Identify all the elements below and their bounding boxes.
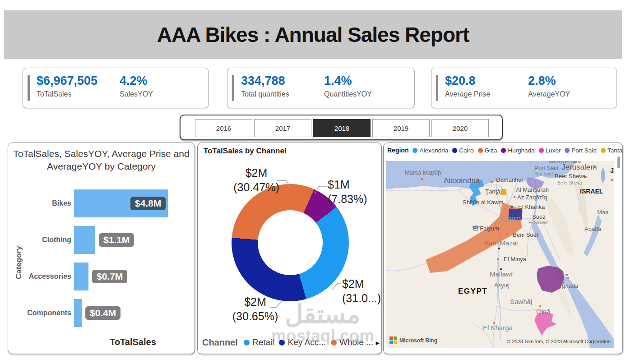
donut-chart-title: ToTalSales by Channel — [204, 147, 287, 156]
legend-label: Giza — [485, 147, 497, 154]
map-label-el-khanka: El Khanka — [518, 203, 545, 210]
legend-item-alexandria[interactable]: Alexandria — [413, 147, 448, 154]
category-label: Clothing — [8, 236, 71, 244]
map-label-el-kharga: El Kharga — [483, 324, 513, 332]
bar-chart-title: ToTalSales, SalesYOY, Average Prise and … — [8, 147, 195, 173]
map-label-al-man-rah: Al Manşūrah — [516, 186, 549, 193]
legend-title: Region — [387, 147, 408, 154]
report-header: AAA Bikes : Annual Sales Report — [4, 10, 622, 59]
egypt-map: Tel Aviv-YafoMarsá MaţrūḩAlexandriaDaman… — [386, 161, 614, 348]
bar-components[interactable] — [74, 299, 82, 327]
legend-label: Alexandria — [419, 147, 448, 154]
map-label-asyu-: Asyuţ — [494, 282, 509, 289]
map-label-shib-n-al-kawm: Shibīn al Kawm — [463, 199, 503, 206]
kpi-label: QuantitiesYOY — [324, 90, 372, 98]
key-accounts-color-dot — [279, 340, 285, 346]
legend-label: Retail — [252, 337, 274, 347]
page-title: AAA Bikes : Annual Sales Report — [157, 23, 469, 47]
map-label-damanhur: Damanhur — [496, 176, 524, 183]
region-tanta[interactable] — [501, 189, 507, 195]
kpi-label: Average Prise — [445, 90, 490, 98]
map-label-az-zaq-z-q: Az Zaqāzīq — [517, 194, 547, 201]
map-label-b-r-sa-d: Bûr Saîd — [535, 171, 553, 176]
map-label-maa: Maa — [597, 209, 609, 216]
map-canvas[interactable]: Tel Aviv-YafoMarsá MaţrūḩAlexandriaDaman… — [386, 161, 614, 348]
year-button-2018-selected[interactable]: 2018 — [313, 119, 371, 137]
cairo-color-dot — [452, 148, 457, 153]
year-button-2016[interactable]: 2016 — [195, 119, 252, 137]
dead-sea — [601, 168, 605, 183]
map-label-egypt: EGYPT — [458, 287, 487, 295]
kpi-value: 334,788 — [241, 74, 289, 88]
year-button-2017[interactable]: 2017 — [254, 119, 311, 137]
legend-item-hurghada[interactable]: Hurghada — [501, 147, 534, 154]
bar-clothing[interactable] — [74, 226, 95, 254]
legend-scroll-right-icon[interactable]: ▶ — [376, 340, 380, 346]
hurghada-color-dot — [501, 148, 506, 153]
kpi-value: 2.8% — [528, 74, 570, 88]
callout-retail: $2M (31.0...) — [342, 276, 381, 305]
kpi-value: 1.4% — [324, 74, 372, 88]
bar-row-components: Components $0.4M — [8, 299, 195, 327]
legend-item-cairo[interactable]: Cairo — [452, 147, 473, 154]
year-button-2019[interactable]: 2019 — [372, 119, 430, 137]
map-label-el-minya: El Minya — [504, 256, 527, 263]
tanta-color-dot — [601, 148, 606, 153]
map-label-port-said: Port Said — [534, 165, 558, 171]
map-label-el-faiyum: El Faiyum — [473, 225, 499, 232]
kpi-label: Total quantities — [241, 90, 289, 98]
bar-row-accessories: Accessories $0.7M — [8, 263, 195, 290]
map-label-jerusalem: Jerusalem — [561, 163, 597, 171]
bar-row-clothing: Clothing $1.1M — [8, 226, 195, 254]
kpi-total-quantities: 334,788 Total quantities — [241, 74, 289, 98]
legend-item-retail[interactable]: Retail — [244, 337, 274, 347]
map-label-sawh-j: Sawhāj — [510, 298, 532, 305]
legend-item-luxor[interactable]: Luxor — [539, 147, 561, 154]
region-hurghada-island — [566, 274, 568, 276]
legend-item-port-said[interactable]: Port Said — [565, 147, 597, 154]
retail-color-dot — [244, 340, 250, 346]
legend-label: Whole ... — [339, 337, 373, 347]
bar-chart-panel: ToTalSales, SalesYOY, Average Prise and … — [8, 143, 195, 354]
legend-scrollbar-thumb[interactable] — [617, 157, 620, 168]
kpi-accent-bar — [232, 75, 234, 101]
callout-key-accounts: $2M (30.65%) — [218, 295, 292, 323]
alexandria-color-dot — [413, 148, 417, 153]
kpi-label: SalesYOY — [120, 90, 153, 98]
legend-label: Luxor — [546, 147, 561, 154]
bing-attribution: Microsoft Bing — [390, 336, 437, 344]
map-panel: Region Alexandria Cairo Giza Hurghada Lu… — [383, 143, 623, 354]
callout-pct: (7.83%) — [328, 192, 367, 206]
legend-label: Hurghada — [508, 147, 534, 154]
map-label-hurghada: Hurghada — [552, 282, 579, 289]
bar-row-bikes: Bikes $4.8M — [8, 189, 195, 217]
bar-accessories[interactable] — [74, 263, 88, 290]
channel-legend: Channel Retail Key Acc... Whole ... — [202, 334, 378, 350]
callout-pct: (30.65%) — [218, 309, 292, 323]
powerbi-dashboard: AAA Bikes : Annual Sales Report $6,967,5… — [0, 0, 626, 364]
donut-chart-panel: ToTalSales by Channel $2M (30.47%) $1M (… — [197, 143, 382, 354]
legend-item-tanta[interactable]: Tanta — [601, 147, 622, 154]
kpi-accent-bar — [28, 75, 30, 101]
data-label-bikes: $4.8M — [130, 197, 166, 210]
map-label-alexandria: Alexandria — [444, 176, 480, 185]
callout-value: $1M — [328, 177, 367, 192]
kpi-value: 4.2% — [120, 74, 153, 88]
kpi-card-average-price: $20.8 Average Prise 2.8% AverageYOY — [431, 68, 617, 108]
giza-color-dot — [478, 148, 483, 153]
legend-label: Tanta — [607, 147, 622, 154]
kpi-averageyoy: 2.8% AverageYOY — [528, 74, 570, 98]
port-said-color-dot — [565, 148, 570, 153]
callout-value: $2M — [342, 276, 381, 291]
category-label: Components — [8, 309, 71, 317]
map-label-beni-suef: Beni Suef — [513, 231, 538, 238]
legend-item-wholesale[interactable]: Whole ... — [331, 337, 373, 347]
legend-item-key-accounts[interactable]: Key Acc... — [279, 337, 325, 347]
legend-item-giza[interactable]: Giza — [478, 147, 497, 154]
data-label-accessories: $0.7M — [92, 270, 127, 283]
callout-value: $2M — [223, 166, 290, 180]
year-button-2020[interactable]: 2020 — [431, 119, 489, 137]
map-label-suez: Suez — [532, 213, 546, 220]
data-label-clothing: $1.1M — [99, 233, 134, 247]
bing-label: Microsoft Bing — [399, 337, 437, 344]
